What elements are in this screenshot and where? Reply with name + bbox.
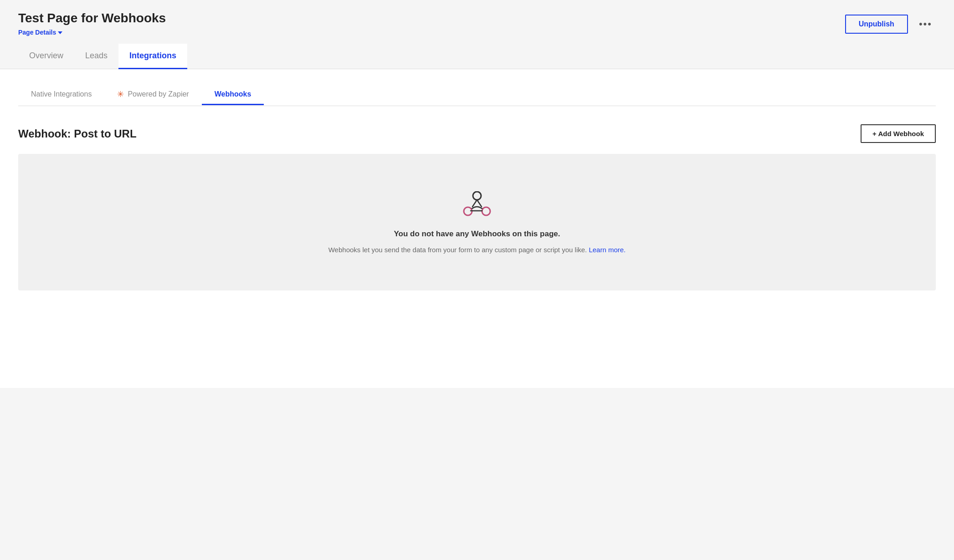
webhook-section-title: Webhook: Post to URL bbox=[18, 127, 137, 140]
empty-state-desc-text: Webhooks let you send the data from your… bbox=[328, 246, 589, 254]
page-details-label: Page Details bbox=[18, 29, 56, 36]
sub-tab-zapier[interactable]: ✳ Powered by Zapier bbox=[104, 84, 201, 106]
zapier-icon: ✳ bbox=[117, 89, 124, 99]
page-details-link[interactable]: Page Details bbox=[18, 29, 62, 36]
sub-tabs: Native Integrations ✳ Powered by Zapier … bbox=[18, 84, 936, 106]
tab-overview[interactable]: Overview bbox=[18, 44, 74, 69]
chevron-down-icon bbox=[58, 31, 62, 34]
sub-tab-native[interactable]: Native Integrations bbox=[18, 85, 104, 105]
page-title-area: Test Page for Webhooks Page Details bbox=[18, 11, 166, 36]
unpublish-button[interactable]: Unpublish bbox=[845, 15, 908, 34]
sub-tab-webhooks[interactable]: Webhooks bbox=[202, 85, 264, 105]
webhook-section-header: Webhook: Post to URL + Add Webhook bbox=[18, 124, 936, 143]
tab-leads[interactable]: Leads bbox=[74, 44, 118, 69]
main-tabs: Overview Leads Integrations bbox=[0, 44, 954, 69]
webhook-icon-wrapper bbox=[462, 191, 492, 219]
zapier-label: Powered by Zapier bbox=[128, 90, 189, 98]
tab-integrations[interactable]: Integrations bbox=[118, 44, 187, 69]
add-webhook-button[interactable]: + Add Webhook bbox=[861, 124, 936, 143]
webhook-icon bbox=[462, 191, 492, 217]
empty-state-description: Webhooks let you send the data from your… bbox=[328, 246, 626, 254]
header-actions: Unpublish ••• bbox=[845, 11, 936, 34]
webhooks-label: Webhooks bbox=[215, 90, 251, 98]
empty-state-title: You do not have any Webhooks on this pag… bbox=[394, 229, 560, 239]
content-area: Native Integrations ✳ Powered by Zapier … bbox=[0, 69, 954, 388]
empty-state: You do not have any Webhooks on this pag… bbox=[18, 154, 936, 290]
svg-point-1 bbox=[482, 207, 490, 215]
native-integrations-label: Native Integrations bbox=[31, 90, 92, 98]
page-header: Test Page for Webhooks Page Details Unpu… bbox=[0, 0, 954, 36]
page-title: Test Page for Webhooks bbox=[18, 11, 166, 25]
more-options-button[interactable]: ••• bbox=[915, 16, 936, 32]
learn-more-link[interactable]: Learn more. bbox=[589, 246, 626, 254]
svg-point-2 bbox=[473, 192, 481, 200]
